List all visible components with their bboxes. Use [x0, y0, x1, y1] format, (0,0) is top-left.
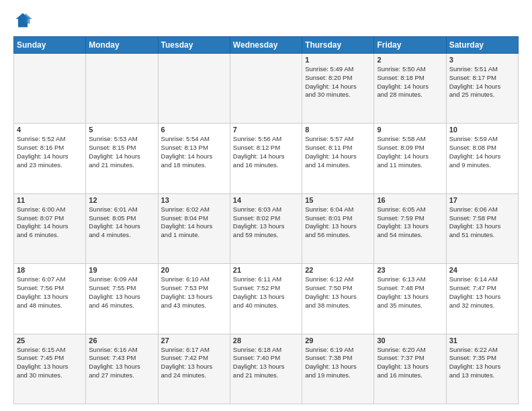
calendar-cell: 21Sunrise: 6:11 AM Sunset: 7:52 PM Dayli… [230, 264, 302, 334]
calendar-cell: 28Sunrise: 6:18 AM Sunset: 7:40 PM Dayli… [230, 334, 302, 404]
day-info: Sunrise: 6:16 AM Sunset: 7:43 PM Dayligh… [89, 346, 140, 379]
day-info: Sunrise: 5:59 AM Sunset: 8:08 PM Dayligh… [449, 135, 501, 168]
calendar-cell: 19Sunrise: 6:09 AM Sunset: 7:55 PM Dayli… [86, 264, 158, 334]
day-number: 18 [17, 266, 83, 274]
day-number: 10 [449, 126, 515, 134]
week-row-2: 11Sunrise: 6:00 AM Sunset: 8:07 PM Dayli… [14, 193, 519, 263]
header-row: SundayMondayTuesdayWednesdayThursdayFrid… [14, 37, 519, 54]
day-header-thursday: Thursday [302, 37, 374, 54]
day-number: 28 [233, 336, 299, 345]
day-number: 17 [449, 196, 515, 204]
day-info: Sunrise: 5:58 AM Sunset: 8:09 PM Dayligh… [377, 135, 429, 168]
calendar-cell: 18Sunrise: 6:07 AM Sunset: 7:56 PM Dayli… [14, 264, 86, 334]
day-number: 13 [161, 196, 227, 204]
calendar-cell: 3Sunrise: 5:51 AM Sunset: 8:17 PM Daylig… [446, 54, 518, 124]
day-number: 11 [17, 196, 83, 204]
calendar-cell: 23Sunrise: 6:13 AM Sunset: 7:48 PM Dayli… [374, 264, 446, 334]
day-number: 6 [161, 126, 227, 134]
calendar-cell: 7Sunrise: 5:56 AM Sunset: 8:12 PM Daylig… [230, 124, 302, 193]
page: SundayMondayTuesdayWednesdayThursdayFrid… [0, 0, 532, 411]
day-info: Sunrise: 6:12 AM Sunset: 7:50 PM Dayligh… [305, 275, 357, 308]
day-info: Sunrise: 6:22 AM Sunset: 7:35 PM Dayligh… [449, 346, 501, 379]
day-header-monday: Monday [86, 37, 158, 54]
calendar-cell: 10Sunrise: 5:59 AM Sunset: 8:08 PM Dayli… [446, 124, 518, 193]
calendar-cell: 11Sunrise: 6:00 AM Sunset: 8:07 PM Dayli… [14, 193, 86, 263]
day-number: 3 [449, 56, 515, 64]
calendar-cell: 5Sunrise: 5:53 AM Sunset: 8:15 PM Daylig… [86, 124, 158, 193]
day-info: Sunrise: 6:06 AM Sunset: 7:58 PM Dayligh… [449, 205, 501, 238]
day-number: 30 [377, 336, 443, 345]
calendar-cell: 8Sunrise: 5:57 AM Sunset: 8:11 PM Daylig… [302, 124, 374, 193]
day-info: Sunrise: 6:17 AM Sunset: 7:42 PM Dayligh… [161, 346, 213, 379]
week-row-4: 25Sunrise: 6:15 AM Sunset: 7:45 PM Dayli… [14, 334, 519, 404]
day-number: 26 [89, 336, 154, 345]
day-number: 27 [161, 336, 227, 345]
day-number: 25 [17, 336, 83, 345]
day-info: Sunrise: 6:10 AM Sunset: 7:53 PM Dayligh… [161, 275, 213, 308]
week-row-0: 1Sunrise: 5:49 AM Sunset: 8:20 PM Daylig… [14, 54, 519, 124]
day-number: 16 [377, 196, 443, 204]
day-header-sunday: Sunday [14, 37, 86, 54]
day-number: 8 [305, 126, 371, 134]
calendar-cell: 16Sunrise: 6:05 AM Sunset: 7:59 PM Dayli… [374, 193, 446, 263]
calendar: SundayMondayTuesdayWednesdayThursdayFrid… [13, 36, 519, 404]
calendar-cell: 22Sunrise: 6:12 AM Sunset: 7:50 PM Dayli… [302, 264, 374, 334]
calendar-cell [158, 54, 230, 124]
calendar-cell: 13Sunrise: 6:02 AM Sunset: 8:04 PM Dayli… [158, 193, 230, 263]
day-info: Sunrise: 6:11 AM Sunset: 7:52 PM Dayligh… [233, 275, 285, 308]
day-info: Sunrise: 5:54 AM Sunset: 8:13 PM Dayligh… [161, 135, 213, 168]
day-info: Sunrise: 5:49 AM Sunset: 8:20 PM Dayligh… [305, 65, 357, 98]
logo-icon [13, 11, 32, 30]
day-number: 14 [233, 196, 299, 204]
day-number: 24 [449, 266, 515, 274]
week-row-3: 18Sunrise: 6:07 AM Sunset: 7:56 PM Dayli… [14, 264, 519, 334]
calendar-cell: 30Sunrise: 6:20 AM Sunset: 7:37 PM Dayli… [374, 334, 446, 404]
day-info: Sunrise: 5:50 AM Sunset: 8:18 PM Dayligh… [377, 65, 429, 98]
day-info: Sunrise: 6:00 AM Sunset: 8:07 PM Dayligh… [17, 205, 69, 238]
day-header-friday: Friday [374, 37, 446, 54]
calendar-cell [86, 54, 158, 124]
day-info: Sunrise: 6:01 AM Sunset: 8:05 PM Dayligh… [89, 205, 140, 238]
calendar-cell: 15Sunrise: 6:04 AM Sunset: 8:01 PM Dayli… [302, 193, 374, 263]
day-info: Sunrise: 6:20 AM Sunset: 7:37 PM Dayligh… [377, 346, 429, 379]
calendar-cell [14, 54, 86, 124]
calendar-cell: 17Sunrise: 6:06 AM Sunset: 7:58 PM Dayli… [446, 193, 518, 263]
day-number: 31 [449, 336, 515, 345]
day-info: Sunrise: 6:18 AM Sunset: 7:40 PM Dayligh… [233, 346, 285, 379]
day-info: Sunrise: 6:19 AM Sunset: 7:38 PM Dayligh… [305, 346, 357, 379]
day-info: Sunrise: 5:57 AM Sunset: 8:11 PM Dayligh… [305, 135, 357, 168]
day-info: Sunrise: 6:04 AM Sunset: 8:01 PM Dayligh… [305, 205, 357, 238]
day-info: Sunrise: 5:56 AM Sunset: 8:12 PM Dayligh… [233, 135, 285, 168]
day-info: Sunrise: 6:02 AM Sunset: 8:04 PM Dayligh… [161, 205, 213, 238]
calendar-cell: 27Sunrise: 6:17 AM Sunset: 7:42 PM Dayli… [158, 334, 230, 404]
day-info: Sunrise: 6:07 AM Sunset: 7:56 PM Dayligh… [17, 275, 69, 308]
logo [13, 11, 35, 30]
day-number: 12 [89, 196, 154, 204]
week-row-1: 4Sunrise: 5:52 AM Sunset: 8:16 PM Daylig… [14, 124, 519, 193]
day-info: Sunrise: 6:13 AM Sunset: 7:48 PM Dayligh… [377, 275, 429, 308]
day-info: Sunrise: 6:09 AM Sunset: 7:55 PM Dayligh… [89, 275, 140, 308]
calendar-cell: 25Sunrise: 6:15 AM Sunset: 7:45 PM Dayli… [14, 334, 86, 404]
calendar-cell: 26Sunrise: 6:16 AM Sunset: 7:43 PM Dayli… [86, 334, 158, 404]
calendar-cell: 9Sunrise: 5:58 AM Sunset: 8:09 PM Daylig… [374, 124, 446, 193]
calendar-cell [230, 54, 302, 124]
day-number: 9 [377, 126, 443, 134]
calendar-cell: 6Sunrise: 5:54 AM Sunset: 8:13 PM Daylig… [158, 124, 230, 193]
calendar-cell: 14Sunrise: 6:03 AM Sunset: 8:02 PM Dayli… [230, 193, 302, 263]
calendar-cell: 24Sunrise: 6:14 AM Sunset: 7:47 PM Dayli… [446, 264, 518, 334]
day-header-wednesday: Wednesday [230, 37, 302, 54]
calendar-cell: 29Sunrise: 6:19 AM Sunset: 7:38 PM Dayli… [302, 334, 374, 404]
day-number: 1 [305, 56, 371, 64]
day-number: 20 [161, 266, 227, 274]
day-number: 19 [89, 266, 154, 274]
day-number: 22 [305, 266, 371, 274]
header [13, 11, 519, 30]
day-info: Sunrise: 6:03 AM Sunset: 8:02 PM Dayligh… [233, 205, 285, 238]
day-number: 2 [377, 56, 443, 64]
day-number: 29 [305, 336, 371, 345]
calendar-cell: 1Sunrise: 5:49 AM Sunset: 8:20 PM Daylig… [302, 54, 374, 124]
day-info: Sunrise: 5:51 AM Sunset: 8:17 PM Dayligh… [449, 65, 501, 98]
calendar-cell: 20Sunrise: 6:10 AM Sunset: 7:53 PM Dayli… [158, 264, 230, 334]
day-info: Sunrise: 6:15 AM Sunset: 7:45 PM Dayligh… [17, 346, 69, 379]
day-number: 7 [233, 126, 299, 134]
